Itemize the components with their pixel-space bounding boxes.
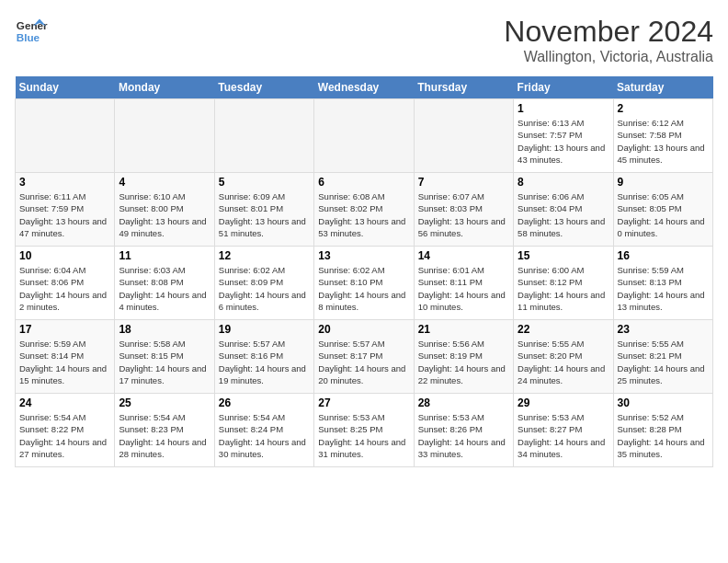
- calendar-week-row: 10Sunrise: 6:04 AMSunset: 8:06 PMDayligh…: [16, 247, 713, 320]
- month-title: November 2024: [504, 15, 713, 49]
- day-info: Sunrise: 5:59 AMSunset: 8:14 PMDaylight:…: [19, 338, 110, 386]
- day-number: 27: [318, 396, 409, 409]
- day-number: 9: [618, 176, 709, 189]
- day-info: Sunrise: 6:00 AMSunset: 8:12 PMDaylight:…: [518, 264, 609, 313]
- day-number: 28: [418, 396, 509, 409]
- svg-text:General: General: [17, 19, 48, 31]
- calendar-cell: 23Sunrise: 5:55 AMSunset: 8:21 PMDayligh…: [613, 320, 712, 394]
- day-number: 29: [518, 396, 609, 409]
- calendar-cell: 29Sunrise: 5:53 AMSunset: 8:27 PMDayligh…: [514, 394, 613, 467]
- day-info: Sunrise: 5:52 AMSunset: 8:28 PMDaylight:…: [618, 411, 709, 460]
- day-number: 20: [318, 323, 409, 336]
- location-subtitle: Wallington, Victoria, Australia: [504, 49, 713, 65]
- day-number: 13: [318, 249, 409, 262]
- calendar-cell: 26Sunrise: 5:54 AMSunset: 8:24 PMDayligh…: [214, 394, 313, 467]
- calendar-cell: 20Sunrise: 5:57 AMSunset: 8:17 PMDayligh…: [314, 320, 414, 394]
- day-number: 12: [219, 249, 310, 262]
- calendar-cell: [314, 99, 414, 173]
- day-info: Sunrise: 5:55 AMSunset: 8:20 PMDaylight:…: [518, 338, 609, 386]
- calendar-cell: 1Sunrise: 6:13 AMSunset: 7:57 PMDaylight…: [514, 99, 613, 173]
- day-info: Sunrise: 5:58 AMSunset: 8:15 PMDaylight:…: [119, 338, 210, 386]
- day-info: Sunrise: 5:53 AMSunset: 8:25 PMDaylight:…: [318, 411, 409, 460]
- calendar-header-row: SundayMondayTuesdayWednesdayThursdayFrid…: [16, 76, 713, 99]
- svg-text:Blue: Blue: [17, 31, 40, 43]
- calendar-cell: [16, 99, 115, 173]
- calendar-cell: 21Sunrise: 5:56 AMSunset: 8:19 PMDayligh…: [414, 320, 513, 394]
- day-number: 16: [618, 249, 709, 262]
- calendar-cell: 27Sunrise: 5:53 AMSunset: 8:25 PMDayligh…: [314, 394, 414, 467]
- day-number: 19: [219, 323, 310, 336]
- calendar-table: SundayMondayTuesdayWednesdayThursdayFrid…: [15, 76, 713, 467]
- day-number: 5: [219, 176, 310, 189]
- day-info: Sunrise: 6:08 AMSunset: 8:02 PMDaylight:…: [318, 190, 409, 239]
- calendar-cell: 16Sunrise: 5:59 AMSunset: 8:13 PMDayligh…: [613, 247, 712, 320]
- day-info: Sunrise: 6:02 AMSunset: 8:09 PMDaylight:…: [219, 264, 310, 313]
- page-header: General Blue November 2024 Wallington, V…: [15, 15, 713, 65]
- calendar-cell: 25Sunrise: 5:54 AMSunset: 8:23 PMDayligh…: [115, 394, 214, 467]
- day-info: Sunrise: 6:04 AMSunset: 8:06 PMDaylight:…: [19, 264, 110, 313]
- calendar-cell: 12Sunrise: 6:02 AMSunset: 8:09 PMDayligh…: [214, 247, 313, 320]
- day-number: 26: [219, 396, 310, 409]
- calendar-cell: 17Sunrise: 5:59 AMSunset: 8:14 PMDayligh…: [16, 320, 115, 394]
- calendar-cell: 28Sunrise: 5:53 AMSunset: 8:26 PMDayligh…: [414, 394, 513, 467]
- day-number: 3: [19, 176, 110, 189]
- day-info: Sunrise: 6:10 AMSunset: 8:00 PMDaylight:…: [119, 190, 210, 239]
- calendar-week-row: 3Sunrise: 6:11 AMSunset: 7:59 PMDaylight…: [16, 173, 713, 247]
- day-of-week-header: Wednesday: [314, 76, 414, 99]
- day-number: 17: [19, 323, 110, 336]
- calendar-week-row: 17Sunrise: 5:59 AMSunset: 8:14 PMDayligh…: [16, 320, 713, 394]
- calendar-cell: 5Sunrise: 6:09 AMSunset: 8:01 PMDaylight…: [214, 173, 313, 247]
- calendar-cell: 7Sunrise: 6:07 AMSunset: 8:03 PMDaylight…: [414, 173, 513, 247]
- calendar-cell: 8Sunrise: 6:06 AMSunset: 8:04 PMDaylight…: [514, 173, 613, 247]
- day-info: Sunrise: 6:12 AMSunset: 7:58 PMDaylight:…: [618, 117, 709, 166]
- day-info: Sunrise: 5:54 AMSunset: 8:22 PMDaylight:…: [19, 411, 110, 460]
- calendar-week-row: 1Sunrise: 6:13 AMSunset: 7:57 PMDaylight…: [16, 99, 713, 173]
- day-number: 24: [19, 396, 110, 409]
- calendar-cell: 30Sunrise: 5:52 AMSunset: 8:28 PMDayligh…: [613, 394, 712, 467]
- calendar-cell: 6Sunrise: 6:08 AMSunset: 8:02 PMDaylight…: [314, 173, 414, 247]
- calendar-cell: 18Sunrise: 5:58 AMSunset: 8:15 PMDayligh…: [115, 320, 214, 394]
- calendar-cell: 19Sunrise: 5:57 AMSunset: 8:16 PMDayligh…: [214, 320, 313, 394]
- day-info: Sunrise: 6:11 AMSunset: 7:59 PMDaylight:…: [19, 190, 110, 239]
- calendar-cell: 11Sunrise: 6:03 AMSunset: 8:08 PMDayligh…: [115, 247, 214, 320]
- day-info: Sunrise: 5:54 AMSunset: 8:23 PMDaylight:…: [119, 411, 210, 460]
- calendar-cell: 15Sunrise: 6:00 AMSunset: 8:12 PMDayligh…: [514, 247, 613, 320]
- calendar-cell: 3Sunrise: 6:11 AMSunset: 7:59 PMDaylight…: [16, 173, 115, 247]
- day-of-week-header: Friday: [514, 76, 613, 99]
- day-info: Sunrise: 5:59 AMSunset: 8:13 PMDaylight:…: [618, 264, 709, 313]
- calendar-cell: 14Sunrise: 6:01 AMSunset: 8:11 PMDayligh…: [414, 247, 513, 320]
- logo: General Blue: [15, 15, 48, 48]
- title-area: November 2024 Wallington, Victoria, Aust…: [504, 15, 713, 65]
- calendar-cell: 2Sunrise: 6:12 AMSunset: 7:58 PMDaylight…: [613, 99, 712, 173]
- day-info: Sunrise: 6:01 AMSunset: 8:11 PMDaylight:…: [418, 264, 509, 313]
- day-info: Sunrise: 6:02 AMSunset: 8:10 PMDaylight:…: [318, 264, 409, 313]
- calendar-cell: 22Sunrise: 5:55 AMSunset: 8:20 PMDayligh…: [514, 320, 613, 394]
- day-info: Sunrise: 6:07 AMSunset: 8:03 PMDaylight:…: [418, 190, 509, 239]
- day-number: 11: [119, 249, 210, 262]
- day-number: 6: [318, 176, 409, 189]
- day-number: 15: [518, 249, 609, 262]
- day-number: 1: [518, 102, 609, 115]
- day-info: Sunrise: 5:54 AMSunset: 8:24 PMDaylight:…: [219, 411, 310, 460]
- calendar-cell: 4Sunrise: 6:10 AMSunset: 8:00 PMDaylight…: [115, 173, 214, 247]
- calendar-cell: 10Sunrise: 6:04 AMSunset: 8:06 PMDayligh…: [16, 247, 115, 320]
- day-info: Sunrise: 6:13 AMSunset: 7:57 PMDaylight:…: [518, 117, 609, 166]
- calendar-cell: 9Sunrise: 6:05 AMSunset: 8:05 PMDaylight…: [613, 173, 712, 247]
- day-number: 23: [618, 323, 709, 336]
- day-info: Sunrise: 5:57 AMSunset: 8:16 PMDaylight:…: [219, 338, 310, 386]
- day-number: 18: [119, 323, 210, 336]
- day-of-week-header: Monday: [115, 76, 214, 99]
- day-info: Sunrise: 5:56 AMSunset: 8:19 PMDaylight:…: [418, 338, 509, 386]
- day-info: Sunrise: 5:57 AMSunset: 8:17 PMDaylight:…: [318, 338, 409, 386]
- day-number: 25: [119, 396, 210, 409]
- day-of-week-header: Tuesday: [214, 76, 313, 99]
- calendar-cell: [115, 99, 214, 173]
- day-number: 7: [418, 176, 509, 189]
- logo-icon: General Blue: [15, 15, 48, 48]
- day-number: 30: [618, 396, 709, 409]
- calendar-week-row: 24Sunrise: 5:54 AMSunset: 8:22 PMDayligh…: [16, 394, 713, 467]
- day-number: 21: [418, 323, 509, 336]
- day-info: Sunrise: 6:09 AMSunset: 8:01 PMDaylight:…: [219, 190, 310, 239]
- day-number: 14: [418, 249, 509, 262]
- day-of-week-header: Thursday: [414, 76, 513, 99]
